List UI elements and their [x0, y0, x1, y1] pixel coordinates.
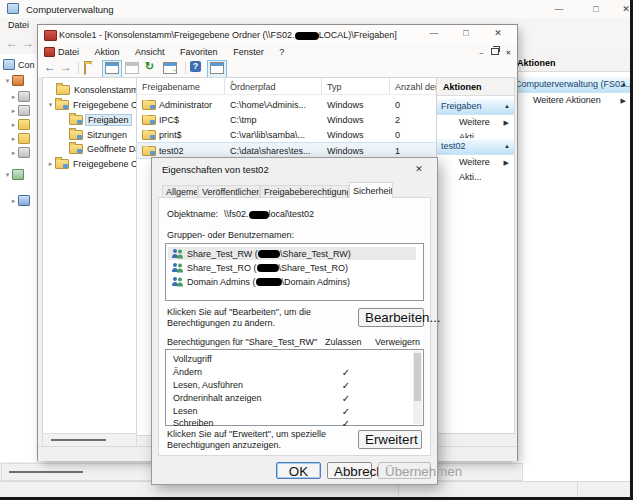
allow-checkmark[interactable]: ✓ — [326, 406, 366, 417]
collapse-icon[interactable]: ▲ — [504, 139, 510, 154]
outer-minimize-button[interactable]: — — [549, 2, 569, 16]
share-row-test02-selected[interactable]: test02 C:\data\shares\tes... Windows 1 — [137, 142, 436, 159]
menu-view[interactable]: Ansicht — [135, 47, 165, 57]
chevron-closed-icon[interactable]: ▸ — [9, 135, 18, 143]
collapse-icon[interactable]: ▲ — [504, 99, 510, 114]
shared-folder-icon — [142, 130, 156, 140]
more-actions-arrow-icon[interactable]: ▶ — [621, 93, 626, 108]
allow-checkmark[interactable]: ✓ — [326, 367, 366, 378]
share-row-print[interactable]: print$ C:\var\lib\samba\... Windows 0 — [137, 127, 436, 142]
shared-folder-icon — [69, 144, 83, 154]
column-header-ordnerpfad[interactable]: Ordnerpfad — [225, 78, 322, 94]
export-folder-icon[interactable]: ↑ — [84, 64, 86, 78]
advanced-button[interactable]: Erweitert — [358, 430, 422, 449]
chevron-closed-icon[interactable]: ▸ — [9, 93, 18, 101]
permissions-listbox[interactable]: Vollzugriff Ändern ✓ Lesen, Ausführen ✓ … — [165, 349, 424, 426]
outer-tree-item[interactable]: ▸ — [9, 90, 33, 103]
permissions-scrollbar[interactable] — [413, 351, 422, 424]
permission-row-ordnerinhalt[interactable]: Ordnerinhalt anzeigen ✓ — [166, 393, 423, 406]
groups-listbox[interactable]: Share_Test_RW (\Share_Test_RW) Share_Tes… — [165, 243, 424, 301]
console-close-button[interactable]: ✕ — [488, 26, 508, 40]
chevron-open-icon[interactable]: ▾ — [3, 171, 12, 179]
forward-icon[interactable]: → — [60, 60, 72, 74]
permission-row-vollzugriff[interactable]: Vollzugriff — [166, 354, 423, 367]
permission-name: Lesen, Ausführen — [173, 380, 243, 390]
chevron-open-icon[interactable]: ▾ — [3, 77, 12, 85]
menu-action[interactable]: Aktion — [95, 47, 120, 57]
chevron-closed-icon[interactable]: ▸ — [9, 121, 18, 129]
outer-tree-item[interactable]: ▸ — [9, 104, 33, 117]
outer-tree-item[interactable]: ▾ — [3, 168, 27, 181]
child-close-button[interactable]: ✕ — [503, 49, 514, 57]
cancel-button[interactable]: Abbrechen — [327, 462, 372, 479]
outer-forward-icon[interactable]: → — [22, 36, 34, 50]
actions-band-test02[interactable]: test02 ▲ — [437, 138, 514, 155]
outer-tree-item[interactable]: ▸ — [9, 118, 33, 131]
more-actions-arrow-icon[interactable]: ▶ — [504, 155, 509, 170]
column-header-anzahl[interactable]: Anzahl der Clie — [390, 78, 436, 94]
dialog-close-button[interactable]: ✕ — [408, 162, 430, 177]
outer-maximize-button[interactable]: □ — [586, 2, 606, 16]
group-row-share-test-ro[interactable]: Share_Test_RO (\Share_Test_RO) — [168, 261, 348, 274]
apply-button[interactable]: Übernehmen — [378, 462, 431, 479]
permission-row-lesen-ausfuehren[interactable]: Lesen, Ausführen ✓ — [166, 380, 423, 393]
group-row-domain-admins[interactable]: Domain Admins (\Domain Admins) — [168, 275, 350, 288]
outer-tree-item[interactable]: ▸ — [9, 132, 33, 145]
outer-tree-item[interactable]: ▸ — [9, 146, 33, 159]
tree-item-konsolenstamm[interactable]: Konsolenstamm — [56, 83, 137, 96]
tree-item-freigaben[interactable]: Freigaben — [69, 113, 132, 126]
column-header-typ[interactable]: Typ — [322, 78, 390, 94]
refresh-icon[interactable]: ↻ — [145, 60, 154, 74]
export-list-icon[interactable]: → — [163, 62, 177, 76]
console-minimize-button[interactable]: — — [424, 26, 444, 40]
outer-tree-root[interactable]: Con — [3, 58, 35, 71]
menu-help[interactable]: ? — [279, 47, 284, 57]
ok-button[interactable]: OK — [276, 462, 321, 479]
group-row-share-test-rw[interactable]: Share_Test_RW (\Share_Test_RW) — [168, 247, 416, 260]
menu-file[interactable]: Datei — [58, 47, 79, 57]
chevron-closed-icon[interactable]: ▸ — [9, 149, 18, 157]
child-minimize-button[interactable]: – — [476, 49, 487, 56]
permission-row-aendern[interactable]: Ändern ✓ — [166, 367, 423, 380]
outer-tree-item[interactable]: ▸ — [9, 194, 33, 207]
tree-item-geoeffnete-dateien[interactable]: Geöffnete Da — [69, 142, 137, 155]
share-name: IPC$ — [159, 115, 179, 125]
allow-checkmark[interactable]: ✓ — [326, 418, 366, 429]
collapse-icon[interactable]: ▲ — [621, 77, 627, 92]
scrollbar-thumb[interactable] — [414, 353, 421, 401]
tree-horizontal-scrollbar[interactable] — [42, 433, 137, 447]
column-header-freigabename[interactable]: Freigabename — [137, 78, 225, 94]
tree-item-shared-folders-2[interactable]: ▸ Freigegebene Or — [46, 157, 137, 170]
outer-menu-file[interactable]: Datei — [8, 20, 29, 30]
share-row-ipc[interactable]: IPC$ C:\tmp Windows 2 — [137, 112, 436, 127]
tree-item-shared-folders-1[interactable]: ▾ Freigegebene Or — [46, 98, 137, 111]
outer-actions-selected-band[interactable]: Computerverwaltung (FS02.... ▲ — [511, 76, 631, 93]
tab-sicherheit[interactable]: Sicherheit — [349, 182, 393, 198]
chevron-closed-icon[interactable]: ▸ — [46, 160, 55, 168]
allow-checkmark[interactable]: ✓ — [326, 380, 366, 391]
menu-favorites[interactable]: Favoriten — [180, 47, 218, 57]
edit-button[interactable]: Bearbeiten... — [358, 308, 424, 327]
outer-more-actions[interactable]: Weitere Aktionen ▶ — [511, 93, 631, 108]
scrollbar-thumb[interactable] — [9, 471, 83, 473]
show-action-pane-icon[interactable] — [207, 60, 227, 78]
console-maximize-button[interactable]: □ — [456, 26, 476, 40]
back-icon[interactable]: ← — [44, 60, 56, 74]
show-console-tree-icon[interactable] — [102, 60, 122, 78]
child-restore-button[interactable] — [490, 48, 501, 56]
actions-band-freigaben[interactable]: Freigaben ▲ — [437, 98, 514, 115]
chevron-open-icon[interactable]: ▾ — [46, 101, 55, 109]
share-row-administrator[interactable]: Administrator C:\home\Adminis... Windows… — [137, 97, 436, 112]
scrollbar-thumb[interactable] — [51, 439, 106, 441]
more-actions-arrow-icon[interactable]: ▶ — [504, 115, 509, 130]
more-actions-test02[interactable]: Weitere Akti... ▶ — [437, 155, 514, 170]
menu-window[interactable]: Fenster — [233, 47, 264, 57]
chevron-closed-icon[interactable]: ▸ — [9, 197, 18, 205]
chevron-closed-icon[interactable]: ▸ — [9, 107, 18, 115]
more-actions-freigaben[interactable]: Weitere Akti... ▶ — [437, 115, 514, 130]
outer-tree-item[interactable]: ▾ — [3, 74, 27, 87]
help-icon[interactable]: ? — [190, 61, 201, 72]
tree-item-sitzungen[interactable]: Sitzungen — [69, 128, 127, 141]
allow-checkmark[interactable]: ✓ — [326, 393, 366, 404]
outer-back-icon[interactable]: ← — [6, 36, 18, 50]
